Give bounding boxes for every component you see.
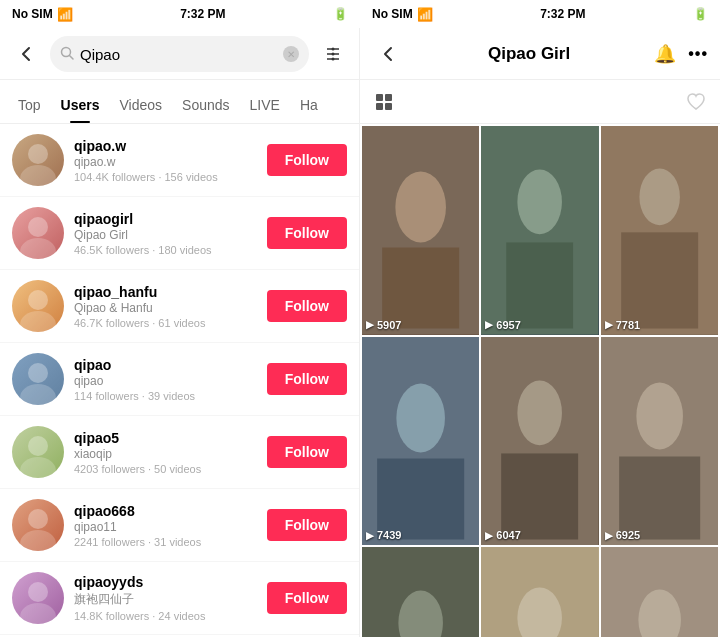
status-bar-left: No SIM 📶 7:32 PM 🔋 [0, 0, 360, 28]
video-thumbnail[interactable]: ▶ 6957 [481, 126, 598, 335]
svg-rect-8 [376, 94, 383, 101]
video-view-count: ▶ 7781 [605, 319, 640, 331]
user-info: qipaogirl Qipao Girl 46.5K followers · 1… [74, 211, 257, 256]
svg-point-41 [518, 380, 563, 445]
carrier-left: No SIM 📶 [12, 7, 73, 22]
battery-left: 🔋 [333, 7, 348, 21]
user-stats: 104.4K followers · 156 videos [74, 171, 257, 183]
username: qipao_hanfu [74, 284, 257, 300]
list-item: qipao.w qipao.w 104.4K followers · 156 v… [0, 124, 359, 197]
tab-videos[interactable]: Videos [110, 87, 173, 123]
list-item: qipao_hanfu Qipao & Hanfu 46.7K follower… [0, 270, 359, 343]
filter-button[interactable] [317, 38, 349, 70]
svg-point-13 [20, 165, 56, 186]
play-icon: ▶ [366, 319, 374, 330]
svg-point-23 [20, 530, 56, 551]
follow-button[interactable]: Follow [267, 144, 347, 176]
svg-point-32 [518, 170, 563, 235]
user-info: qipao qipao 114 followers · 39 videos [74, 357, 257, 402]
svg-point-16 [28, 290, 48, 310]
play-icon: ▶ [366, 530, 374, 541]
video-thumbnail[interactable]: ▶ 7439 [362, 337, 479, 546]
svg-rect-10 [376, 103, 383, 110]
user-handle: qipao [74, 374, 257, 388]
channel-back-button[interactable] [372, 38, 404, 70]
user-stats: 4203 followers · 50 videos [74, 463, 257, 475]
svg-point-18 [28, 363, 48, 383]
user-handle: 旗袍四仙子 [74, 591, 257, 608]
follow-button[interactable]: Follow [267, 436, 347, 468]
svg-rect-30 [382, 248, 459, 329]
video-view-count: ▶ 6047 [485, 529, 520, 541]
bell-icon[interactable]: 🔔 [654, 43, 676, 65]
svg-point-29 [395, 172, 446, 243]
search-icon [60, 46, 74, 63]
heart-icon[interactable] [680, 86, 712, 118]
video-thumbnail[interactable]: ▶ 5823 TikTok [601, 547, 718, 637]
tab-sounds[interactable]: Sounds [172, 87, 239, 123]
svg-point-15 [20, 238, 56, 259]
nav-right: Qipao Girl 🔔 ••• [360, 28, 720, 80]
avatar [12, 207, 64, 259]
svg-point-14 [28, 217, 48, 237]
username: qipao5 [74, 430, 257, 446]
svg-point-25 [20, 603, 56, 624]
user-handle: Qipao Girl [74, 228, 257, 242]
video-thumbnail[interactable]: ▶ 5907 [362, 126, 479, 335]
battery-right: 🔋 [693, 7, 708, 21]
no-sim-left: No SIM [12, 7, 53, 21]
tab-top[interactable]: Top [8, 87, 51, 123]
user-handle: qipao11 [74, 520, 257, 534]
username: qipaogirl [74, 211, 257, 227]
video-grid: ▶ 5907 ▶ 6957 ▶ 77 [360, 124, 720, 637]
video-thumbnail[interactable]: ▶ 8087 [362, 547, 479, 637]
avatar [12, 280, 64, 332]
more-icon[interactable]: ••• [688, 45, 708, 63]
wifi-icon-right: 📶 [417, 7, 433, 22]
tab-ha[interactable]: Ha [290, 87, 328, 123]
avatar [12, 499, 64, 551]
svg-rect-33 [507, 242, 574, 328]
list-item: qipaogirl Qipao Girl 46.5K followers · 1… [0, 197, 359, 270]
user-stats: 46.7K followers · 61 videos [74, 317, 257, 329]
battery-icons-left: 🔋 [333, 7, 348, 21]
clear-icon[interactable]: ✕ [283, 46, 299, 62]
svg-point-44 [636, 382, 683, 449]
tab-live[interactable]: LIVE [240, 87, 290, 123]
battery-icons-right: 🔋 [693, 7, 708, 21]
video-thumbnail[interactable]: ▶ 6047 [481, 337, 598, 546]
follow-button[interactable]: Follow [267, 509, 347, 541]
tab-users[interactable]: Users [51, 87, 110, 123]
back-button[interactable] [10, 38, 42, 70]
follow-button[interactable]: Follow [267, 290, 347, 322]
carrier-right: No SIM 📶 [372, 7, 433, 22]
video-thumbnail[interactable]: ▶ 7781 [601, 126, 718, 335]
search-input[interactable] [80, 46, 277, 63]
channel-title: Qipao Girl [404, 44, 654, 64]
user-info: qipaoyyds 旗袍四仙子 14.8K followers · 24 vid… [74, 574, 257, 622]
list-item: qipao5 xiaoqip 4203 followers · 50 video… [0, 416, 359, 489]
follow-button[interactable]: Follow [267, 217, 347, 249]
username: qipaoyyds [74, 574, 257, 590]
user-handle: Qipao & Hanfu [74, 301, 257, 315]
avatar [12, 353, 64, 405]
svg-point-12 [28, 144, 48, 164]
wifi-icon-left: 📶 [57, 7, 73, 22]
search-box: ✕ [50, 36, 309, 72]
avatar [12, 134, 64, 186]
user-info: qipao_hanfu Qipao & Hanfu 46.7K follower… [74, 284, 257, 329]
nav-left: ✕ [0, 28, 360, 80]
svg-rect-39 [377, 458, 464, 539]
follow-button[interactable]: Follow [267, 363, 347, 395]
svg-rect-11 [385, 103, 392, 110]
play-icon: ▶ [485, 319, 493, 330]
video-thumbnail[interactable]: ▶ 7374 [481, 547, 598, 637]
svg-point-19 [20, 384, 56, 405]
user-info: qipao668 qipao11 2241 followers · 31 vid… [74, 503, 257, 548]
status-bar-right: No SIM 📶 7:32 PM 🔋 [360, 0, 720, 28]
username: qipao668 [74, 503, 257, 519]
follow-button[interactable]: Follow [267, 582, 347, 614]
video-thumbnail[interactable]: ▶ 6925 [601, 337, 718, 546]
grid-icon[interactable] [368, 86, 400, 118]
svg-point-35 [639, 169, 680, 226]
